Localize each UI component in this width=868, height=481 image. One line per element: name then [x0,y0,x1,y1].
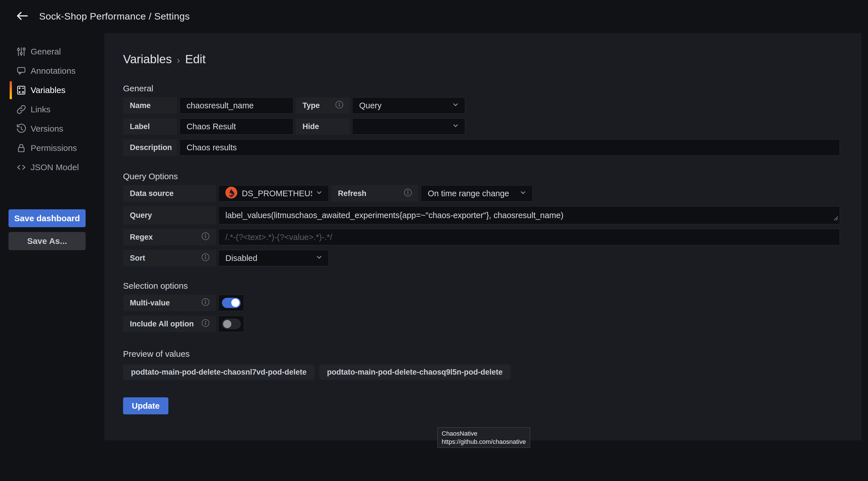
history-icon [16,123,27,134]
breadcrumb-section: Variables [123,53,172,66]
type-label: Type [296,97,350,114]
data-source-select[interactable]: DS_PROMETHEUS [218,185,329,202]
lock-icon [16,142,27,154]
hide-select[interactable] [352,118,465,135]
arrow-left-icon [15,10,29,23]
type-select[interactable]: Query [352,97,465,114]
sidebar-item-general[interactable]: General [0,42,104,61]
sidebar-item-permissions[interactable]: Permissions [0,139,104,158]
info-icon [335,100,344,111]
sidebar-item-label: General [31,47,61,56]
label-hide-row: Label Hide [123,118,840,135]
chevron-down-icon [452,101,459,110]
prometheus-icon [225,187,237,201]
include-all-toggle[interactable] [218,315,244,332]
sidebar-item-annotations[interactable]: Annotations [0,61,104,81]
query-options-heading: Query Options [123,172,840,181]
update-button[interactable]: Update [123,397,168,414]
label-label: Label [123,118,177,135]
breadcrumb-separator: › [177,55,180,65]
breadcrumb-page: Edit [185,53,206,66]
sidebar-item-links[interactable]: Links [0,100,104,119]
multi-value-label: Multi-value [123,295,216,311]
sidebar-item-label: Permissions [31,143,77,153]
sidebar-item-versions[interactable]: Versions [0,119,104,139]
include-all-label: Include All option [123,315,216,332]
selection-options-heading: Selection options [123,281,840,291]
info-icon [201,232,210,242]
preview-values: podtato-main-pod-delete-chaosnl7vd-pod-d… [123,364,840,380]
sidebar-item-label: Links [31,104,51,114]
sort-row: Sort Disabled [123,250,840,266]
top-header: Sock-Shop Performance / Settings [0,0,868,33]
data-source-label: Data source [123,185,216,202]
chaosnative-tooltip: ChaosNative https://github.com/chaosnati… [437,427,530,448]
query-row: Query [123,206,840,224]
description-label: Description [123,139,177,156]
resize-handle-icon[interactable] [832,213,838,222]
refresh-select[interactable]: On time range change [421,185,533,202]
chevron-down-icon [315,253,323,263]
page-title: Sock-Shop Performance / Settings [39,11,190,22]
name-type-row: Name Type Query [123,97,840,114]
comment-icon [16,65,27,77]
settings-sidebar: General Annotations Variables [0,33,104,481]
code-icon [16,162,27,173]
chevron-down-icon [519,189,527,198]
preview-value-pill: podtato-main-pod-delete-chaosnl7vd-pod-d… [123,364,315,380]
description-row: Description [123,139,840,156]
link-icon [16,104,27,115]
tooltip-url: https://github.com/chaosnative [442,438,526,446]
calculator-icon [16,85,27,96]
sort-label: Sort [123,250,216,266]
breadcrumb: Variables › Edit [123,33,840,66]
label-input[interactable] [180,118,293,135]
query-label: Query [123,206,216,224]
tooltip-title: ChaosNative [442,429,526,438]
save-dashboard-button[interactable]: Save dashboard [8,209,86,227]
chevron-down-icon [315,189,323,198]
save-as-button[interactable]: Save As... [8,232,86,250]
info-icon [201,253,210,264]
description-input[interactable] [180,139,840,156]
name-input[interactable] [180,97,293,114]
general-heading: General [123,84,840,93]
chevron-down-icon [452,122,459,131]
multi-value-row: Multi-value [123,295,840,311]
preview-value-pill: podtato-main-pod-delete-chaosq9l5n-pod-d… [319,364,511,380]
sidebar-item-json-model[interactable]: JSON Model [0,158,104,177]
back-button[interactable] [13,8,31,25]
sidebar-item-label: Versions [31,124,63,133]
regex-row: Regex [123,229,840,245]
name-label: Name [123,97,177,114]
refresh-label: Refresh [331,185,418,202]
sort-select[interactable]: Disabled [218,250,329,266]
query-input[interactable] [218,206,840,224]
info-icon [201,319,210,329]
include-all-row: Include All option [123,315,840,332]
sidebar-item-label: Variables [31,85,65,95]
settings-nav: General Annotations Variables [0,42,104,177]
settings-panel: Variables › Edit General Name Type Query… [104,33,861,441]
sliders-icon [16,46,27,57]
sidebar-item-variables[interactable]: Variables [0,81,104,100]
info-icon [404,188,412,199]
sidebar-item-label: Annotations [31,66,75,76]
regex-input[interactable] [218,229,840,245]
sidebar-item-label: JSON Model [31,162,79,172]
multi-value-toggle[interactable] [218,295,244,311]
regex-label: Regex [123,229,216,245]
preview-heading: Preview of values [123,349,840,359]
info-icon [201,298,210,308]
hide-label: Hide [296,118,350,135]
datasource-refresh-row: Data source DS_PROMETHEUS Refresh On tim… [123,185,840,202]
